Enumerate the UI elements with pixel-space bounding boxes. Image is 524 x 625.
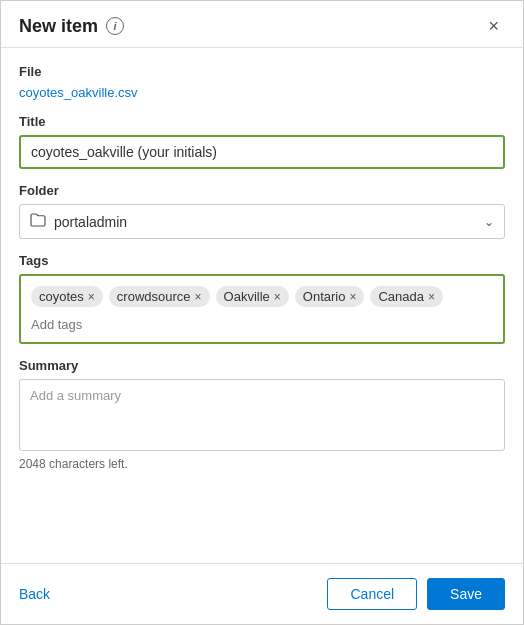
list-item: Ontario× — [295, 286, 365, 307]
list-item: coyotes× — [31, 286, 103, 307]
dialog-body: File coyotes_oakville.csv Title Folder p… — [1, 48, 523, 563]
dialog-title: New item — [19, 16, 98, 37]
char-count: 2048 characters left. — [19, 457, 505, 471]
cancel-button[interactable]: Cancel — [327, 578, 417, 610]
tags-field-group: Tags coyotes×crowdsource×Oakville×Ontari… — [19, 253, 505, 344]
close-button[interactable]: × — [482, 15, 505, 37]
file-label: File — [19, 64, 505, 79]
info-icon[interactable]: i — [106, 17, 124, 35]
summary-label: Summary — [19, 358, 505, 373]
footer-right: Cancel Save — [327, 578, 505, 610]
new-item-dialog: New item i × File coyotes_oakville.csv T… — [0, 0, 524, 625]
tag-remove-button[interactable]: × — [349, 291, 356, 303]
summary-field-group: Summary 2048 characters left. — [19, 358, 505, 471]
title-row: New item i — [19, 16, 124, 37]
back-button[interactable]: Back — [19, 580, 50, 608]
title-field-group: Title — [19, 114, 505, 169]
folder-value: portaladmin — [54, 214, 127, 230]
tags-box[interactable]: coyotes×crowdsource×Oakville×Ontario×Can… — [19, 274, 505, 344]
add-tags-input[interactable] — [31, 317, 199, 332]
folder-select-inner: portaladmin — [30, 212, 127, 231]
file-field-group: File coyotes_oakville.csv — [19, 64, 505, 100]
folder-field-group: Folder portaladmin ⌄ — [19, 183, 505, 239]
folder-icon — [30, 212, 46, 231]
file-value: coyotes_oakville.csv — [19, 85, 505, 100]
tags-label: Tags — [19, 253, 505, 268]
title-input[interactable] — [19, 135, 505, 169]
tag-remove-button[interactable]: × — [195, 291, 202, 303]
list-item: crowdsource× — [109, 286, 210, 307]
title-label: Title — [19, 114, 505, 129]
folder-label: Folder — [19, 183, 505, 198]
folder-dropdown[interactable]: portaladmin ⌄ — [19, 204, 505, 239]
tag-remove-button[interactable]: × — [274, 291, 281, 303]
tag-remove-button[interactable]: × — [88, 291, 95, 303]
list-item: Canada× — [370, 286, 443, 307]
tag-remove-button[interactable]: × — [428, 291, 435, 303]
save-button[interactable]: Save — [427, 578, 505, 610]
dialog-footer: Back Cancel Save — [1, 563, 523, 624]
list-item: Oakville× — [216, 286, 289, 307]
chevron-down-icon: ⌄ — [484, 215, 494, 229]
dialog-header: New item i × — [1, 1, 523, 48]
summary-textarea[interactable] — [19, 379, 505, 451]
